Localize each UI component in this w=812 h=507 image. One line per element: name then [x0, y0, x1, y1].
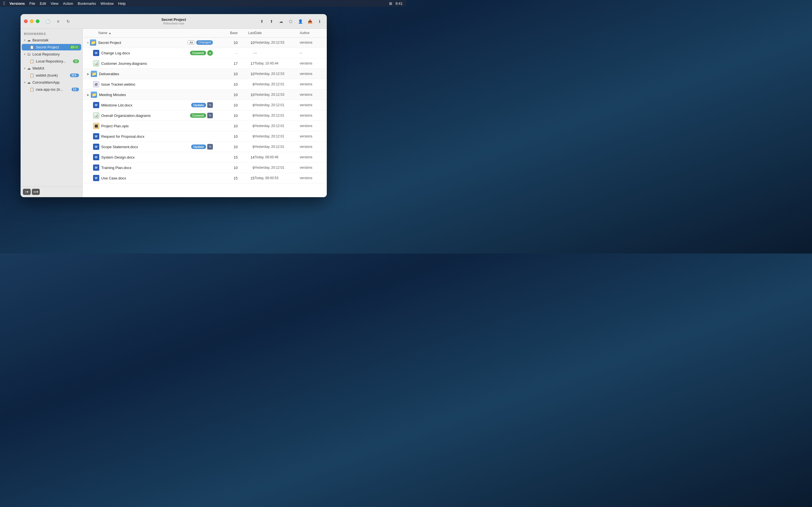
window-title: Secret Project	[161, 17, 186, 22]
commit-badge[interactable]: Commit	[190, 113, 206, 118]
sidebar-item-secret-project[interactable]: 📋 Secret Project 21+3	[22, 44, 81, 50]
diagram-file-icon: 📊	[93, 112, 100, 119]
project-base: 10	[221, 41, 238, 45]
sidebar-beanstalk-label: Beanstalk	[33, 38, 49, 42]
file-name-label: Request for Proposal.docx	[101, 134, 213, 138]
edit-badge[interactable]: ✎	[207, 113, 213, 118]
file-name-label: Issue Tracker.webloc	[101, 82, 213, 87]
sidebar-item-beanstalk[interactable]: ▾ ☁ Beanstalk	[22, 37, 81, 43]
file-name-label: Deliverables	[99, 72, 213, 76]
table-row[interactable]: 📊 Customer Journey.diagrams 17 17 Today,…	[83, 58, 327, 69]
sidebar-item-local-repo-group[interactable]: ▾ 🗂 Local Repository	[22, 51, 81, 57]
last-val: 9	[238, 103, 255, 107]
update-badge[interactable]: Update	[191, 103, 206, 107]
table-row[interactable]: 📊 Overall Organization.diagrams Commit ✎…	[83, 110, 327, 121]
menu-file[interactable]: File	[29, 1, 35, 6]
author-val: --	[300, 51, 322, 55]
author-val: versions	[300, 155, 322, 159]
repo-icon: 📋	[30, 87, 34, 92]
plus-badge[interactable]: +	[207, 50, 213, 56]
more-button[interactable]: •••▾	[32, 189, 40, 195]
date-val: Yesterday, 20:12:01	[255, 145, 300, 149]
date-val: Yesterday, 20:12:01	[255, 103, 300, 107]
col-date-header: Date	[255, 31, 300, 35]
sidebar-item-cwa-ios[interactable]: 📋 cwa-app-ios (tr... 12↓	[22, 86, 81, 93]
close-button[interactable]	[24, 19, 28, 23]
list-icon[interactable]: ≡	[54, 17, 62, 25]
fullscreen-button[interactable]	[36, 19, 40, 23]
menu-versions[interactable]: Versions	[10, 1, 25, 6]
info-icon[interactable]: ℹ	[315, 17, 323, 25]
refresh-icon[interactable]: ↻	[64, 17, 72, 25]
date-val: Yesterday, 20:12:53	[255, 72, 300, 76]
date-val: Yesterday, 20:12:01	[255, 114, 300, 117]
cloud-upload-icon[interactable]: ☁	[277, 17, 285, 25]
repo-icon: 📋	[30, 73, 34, 77]
app-window: 🕐 ≡ ↻ Secret Project Refreshed now ⬆ ⬆ ☁…	[20, 14, 327, 197]
history-icon[interactable]: 🕐	[44, 17, 52, 25]
table-row[interactable]: W System Design.docx 15 14 Today, 08:00:…	[83, 152, 327, 163]
webloc-file-icon: @	[93, 81, 100, 88]
sidebar-local-repo-item-label: Local Repository...	[36, 59, 66, 63]
table-row[interactable]: W Training Plan.docx 10 9 Yesterday, 20:…	[83, 163, 327, 173]
menu-action[interactable]: Action	[63, 1, 73, 6]
edit-badge[interactable]: ✎	[207, 102, 213, 108]
minimize-button[interactable]	[30, 19, 34, 23]
add-button[interactable]: +▾	[23, 189, 31, 195]
folder-chevron-icon[interactable]: ▶	[87, 72, 89, 75]
all-badge[interactable]: All	[187, 40, 195, 45]
table-row[interactable]: W Scope Statement.docx Update ✎ 10 9 Yes…	[83, 142, 327, 152]
project-author: versions	[300, 41, 322, 45]
repo-icon: 📋	[30, 45, 34, 49]
sidebar-item-local-repo[interactable]: 📋 Local Repository... 12	[22, 58, 81, 64]
project-name: Secret Project	[98, 41, 187, 45]
file-actions: Commit ✎	[190, 113, 213, 118]
menu-help[interactable]: Help	[118, 1, 126, 6]
date-val: --	[255, 51, 300, 55]
commit-badge[interactable]: Commit	[190, 51, 206, 55]
send-icon[interactable]: ⬆	[258, 17, 266, 25]
repo-icon: 📋	[30, 59, 34, 63]
table-row[interactable]: W Milestone List.docx Update ✎ 10 9 Yest…	[83, 100, 327, 110]
folder-file-icon: 📁	[91, 91, 97, 98]
date-val: Yesterday, 20:12:53	[255, 93, 300, 97]
word-file-icon: W	[93, 164, 100, 171]
update-badge[interactable]: Update	[191, 145, 206, 149]
chevron-down-icon: ▾	[24, 39, 26, 42]
menu-edit[interactable]: Edit	[40, 1, 46, 6]
table-row[interactable]: ⬛ Project Plan.oplx 10 9 Yesterday, 20:1…	[83, 121, 327, 131]
table-row[interactable]: @ Issue Tracker.webloc 10 9 Yesterday, 2…	[83, 79, 327, 90]
project-folder-row[interactable]: ▾ 📁 Secret Project All Changed 10 10 Yes…	[83, 38, 327, 48]
upload-icon[interactable]: ⬆	[267, 17, 275, 25]
sidebar-item-webkit-trunk[interactable]: 📋 webkit (trunk) 323↓	[22, 72, 81, 78]
table-row[interactable]: W Request for Proposal.docx 10 9 Yesterd…	[83, 131, 327, 142]
folder-file-icon: 📁	[91, 70, 97, 77]
sidebar-local-repo-label: Local Repository	[33, 52, 60, 56]
table-row[interactable]: ▶ 📁 Meeting Minutes 10 10 Yesterday, 20:…	[83, 90, 327, 100]
folder-chevron-icon[interactable]: ▾	[87, 41, 89, 44]
clock: 9:41	[396, 1, 403, 6]
person-icon[interactable]: 👤	[296, 17, 304, 25]
menu-window[interactable]: Window	[101, 1, 114, 6]
menu-bookmarks[interactable]: Bookmarks	[78, 1, 96, 6]
file-name-label: Scope Statement.docx	[101, 145, 191, 149]
bookmarks-label: Bookmarks	[20, 29, 82, 37]
sidebar-item-corona-group[interactable]: ▾ ☁ CoronaWarnApp	[22, 79, 81, 86]
menu-view[interactable]: View	[50, 1, 58, 6]
sidebar-item-webkit-group[interactable]: ▾ ☁ WebKit	[22, 65, 81, 71]
layers-icon[interactable]: ⬡	[287, 17, 295, 25]
table-row[interactable]: W Change Log.docx Commit + -- -- -- --	[83, 48, 327, 58]
table-row[interactable]: ▶ 📁 Deliverables 10 10 Yesterday, 20:12:…	[83, 69, 327, 79]
folder-chevron-icon[interactable]: ▶	[87, 93, 89, 96]
table-row[interactable]: W Use Case.docx 15 15 Today, 08:00:53 ve…	[83, 173, 327, 183]
col-name-header[interactable]: Name ▲	[98, 31, 205, 35]
download-box-icon[interactable]: 📥	[306, 17, 314, 25]
word-file-icon: W	[93, 154, 100, 161]
author-val: versions	[300, 93, 322, 97]
date-val: Yesterday, 20:12:01	[255, 166, 300, 170]
changed-badge[interactable]: Changed	[196, 40, 213, 45]
edit-badge[interactable]: ✎	[207, 144, 213, 150]
apple-menu[interactable]: 	[3, 1, 5, 6]
control-center-icon[interactable]: ⊞	[389, 1, 392, 6]
date-val: Today, 08:00:53	[255, 176, 300, 180]
